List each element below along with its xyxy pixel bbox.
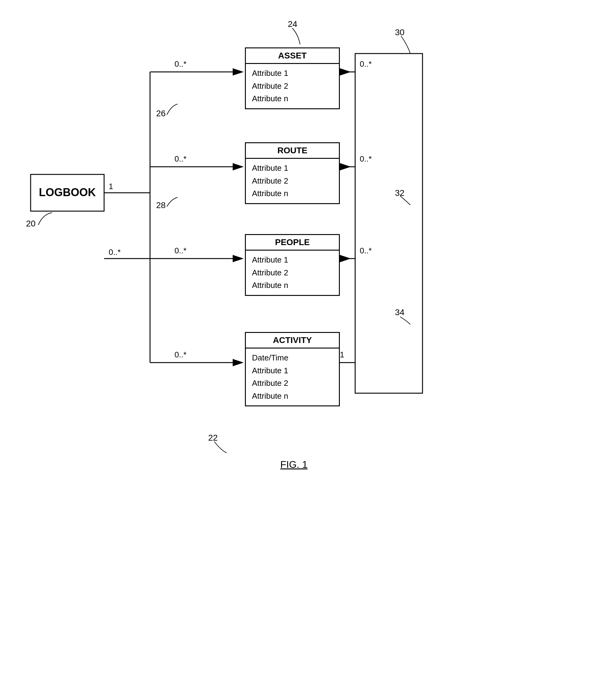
asset-entity: ASSET Attribute 1Attribute 2Attribute n [245, 48, 340, 109]
svg-text:LOGBOOK: LOGBOOK [39, 186, 96, 199]
svg-rect-20 [355, 54, 422, 393]
svg-text:0..*: 0..* [360, 154, 372, 163]
svg-text:0..*: 0..* [175, 59, 187, 69]
route-title: ROUTE [246, 143, 339, 159]
svg-text:0..*: 0..* [360, 246, 372, 255]
activity-body: Date/TimeAttribute 1Attribute 2Attribute… [246, 349, 339, 405]
svg-text:1: 1 [340, 350, 344, 359]
svg-text:32: 32 [395, 188, 404, 198]
svg-text:30: 30 [395, 27, 404, 37]
svg-text:34: 34 [395, 307, 404, 317]
activity-title: ACTIVITY [246, 333, 339, 349]
svg-text:0..*: 0..* [175, 350, 187, 359]
activity-entity: ACTIVITY Date/TimeAttribute 1Attribute 2… [245, 332, 340, 406]
people-title: PEOPLE [246, 235, 339, 250]
route-body: Attribute 1Attribute 2Attribute n [246, 159, 339, 203]
svg-text:0..*: 0..* [175, 246, 187, 255]
asset-body: Attribute 1Attribute 2Attribute n [246, 64, 339, 108]
asset-title: ASSET [246, 48, 339, 64]
figure-label: FIG. 1 [263, 459, 325, 470]
svg-text:24: 24 [288, 19, 297, 29]
svg-text:20: 20 [26, 219, 36, 228]
diagram: LOGBOOK 20 1 0..* 0..* 26 0..* 28 0..* [0, 0, 616, 675]
people-entity: PEOPLE Attribute 1Attribute 2Attribute n [245, 234, 340, 296]
svg-text:0..*: 0..* [360, 59, 372, 69]
people-body: Attribute 1Attribute 2Attribute n [246, 250, 339, 295]
svg-text:0..*: 0..* [175, 154, 187, 163]
svg-text:22: 22 [208, 433, 218, 442]
svg-text:26: 26 [156, 108, 165, 118]
route-entity: ROUTE Attribute 1Attribute 2Attribute n [245, 142, 340, 204]
svg-text:1: 1 [109, 182, 113, 191]
svg-text:0..*: 0..* [109, 247, 121, 257]
svg-text:28: 28 [156, 201, 165, 210]
